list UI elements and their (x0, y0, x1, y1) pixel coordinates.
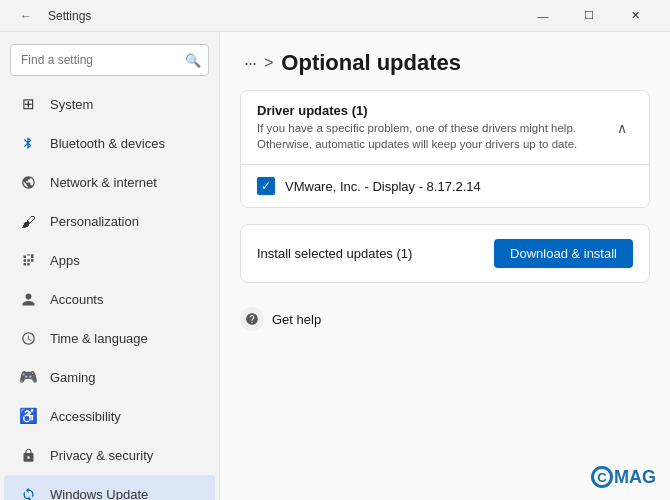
close-button[interactable]: ✕ (612, 0, 658, 32)
sidebar-item-apps[interactable]: Apps (4, 241, 215, 279)
sidebar-item-label: Time & language (50, 331, 148, 346)
download-install-button[interactable]: Download & install (494, 239, 633, 268)
window-controls: — ☐ ✕ (520, 0, 658, 32)
collapse-button[interactable]: ∧ (611, 118, 633, 138)
updates-desc: If you have a specific problem, one of t… (257, 120, 611, 152)
privacy-icon (18, 445, 38, 465)
driver-item: ✓ VMware, Inc. - Display - 8.17.2.14 (241, 165, 649, 207)
gaming-icon: 🎮 (18, 367, 38, 387)
driver-checkbox[interactable]: ✓ (257, 177, 275, 195)
sidebar-item-label: Windows Update (50, 487, 148, 501)
content-body: Driver updates (1) If you have a specifi… (220, 90, 670, 500)
app-body: 🔍 ⊞ System Bluetooth & devices Network &… (0, 32, 670, 500)
breadcrumb-arrow: > (264, 54, 273, 72)
watermark: C MAG (591, 466, 656, 488)
sidebar: 🔍 ⊞ System Bluetooth & devices Network &… (0, 32, 220, 500)
driver-updates-card: Driver updates (1) If you have a specifi… (240, 90, 650, 208)
sidebar-item-windows-update[interactable]: Windows Update (4, 475, 215, 500)
sidebar-item-label: System (50, 97, 93, 112)
minimize-button[interactable]: — (520, 0, 566, 32)
updates-title: Driver updates (1) (257, 103, 611, 118)
sidebar-item-label: Privacy & security (50, 448, 153, 463)
watermark-c-icon: C (591, 466, 613, 488)
sidebar-item-label: Gaming (50, 370, 96, 385)
nav-list: ⊞ System Bluetooth & devices Network & i… (0, 84, 219, 500)
search-box[interactable]: 🔍 (10, 44, 209, 76)
sidebar-item-privacy[interactable]: Privacy & security (4, 436, 215, 474)
sidebar-item-label: Apps (50, 253, 80, 268)
install-row: Install selected updates (1) Download & … (240, 224, 650, 283)
apps-icon (18, 250, 38, 270)
sidebar-item-system[interactable]: ⊞ System (4, 85, 215, 123)
updates-header-info: Driver updates (1) If you have a specifi… (257, 103, 611, 152)
personalization-icon: 🖌 (18, 211, 38, 231)
get-help-label: Get help (272, 312, 321, 327)
get-help-row[interactable]: Get help (240, 299, 650, 339)
accounts-icon (18, 289, 38, 309)
network-icon (18, 172, 38, 192)
sidebar-item-bluetooth[interactable]: Bluetooth & devices (4, 124, 215, 162)
windows-update-icon (18, 484, 38, 500)
maximize-button[interactable]: ☐ (566, 0, 612, 32)
main-content: ··· > Optional updates Driver updates (1… (220, 32, 670, 500)
sidebar-item-accounts[interactable]: Accounts (4, 280, 215, 318)
search-input[interactable] (10, 44, 209, 76)
accessibility-icon: ♿ (18, 406, 38, 426)
sidebar-item-gaming[interactable]: 🎮 Gaming (4, 358, 215, 396)
sidebar-item-label: Personalization (50, 214, 139, 229)
title-bar: ← Settings — ☐ ✕ (0, 0, 670, 32)
sidebar-item-label: Bluetooth & devices (50, 136, 165, 151)
sidebar-item-label: Network & internet (50, 175, 157, 190)
window-title: Settings (48, 9, 91, 23)
sidebar-item-label: Accounts (50, 292, 103, 307)
time-icon (18, 328, 38, 348)
page-title: Optional updates (281, 50, 461, 76)
sidebar-item-label: Accessibility (50, 409, 121, 424)
driver-label: VMware, Inc. - Display - 8.17.2.14 (285, 179, 481, 194)
back-button[interactable]: ← (12, 2, 40, 30)
install-label: Install selected updates (1) (257, 246, 412, 261)
sidebar-item-network[interactable]: Network & internet (4, 163, 215, 201)
get-help-icon (240, 307, 264, 331)
watermark-text: MAG (614, 467, 656, 488)
system-icon: ⊞ (18, 94, 38, 114)
sidebar-item-time[interactable]: Time & language (4, 319, 215, 357)
sidebar-item-accessibility[interactable]: ♿ Accessibility (4, 397, 215, 435)
search-icon: 🔍 (185, 53, 201, 68)
checkmark-icon: ✓ (261, 180, 271, 192)
content-header: ··· > Optional updates (220, 32, 670, 90)
breadcrumb-dots: ··· (244, 53, 256, 74)
title-bar-left: ← Settings (12, 2, 520, 30)
bluetooth-icon (18, 133, 38, 153)
sidebar-item-personalization[interactable]: 🖌 Personalization (4, 202, 215, 240)
checkbox-checked[interactable]: ✓ (257, 177, 275, 195)
updates-header: Driver updates (1) If you have a specifi… (241, 91, 649, 165)
